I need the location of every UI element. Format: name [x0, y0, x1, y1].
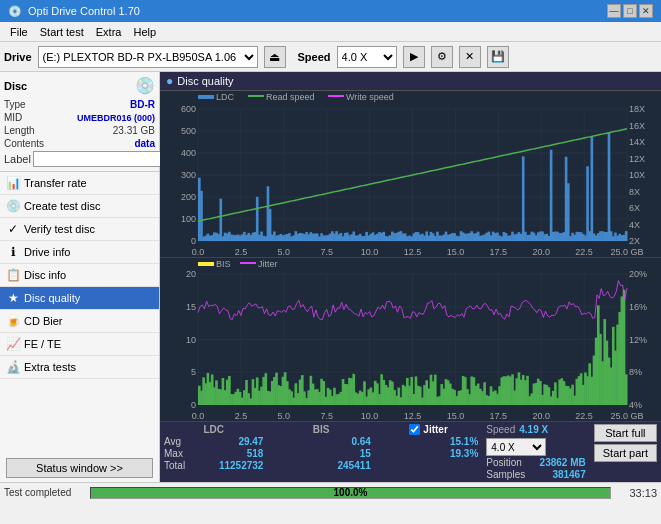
- cancel-button[interactable]: ✕: [459, 46, 481, 68]
- close-button[interactable]: ✕: [639, 4, 653, 18]
- disc-title: Disc: [4, 80, 27, 92]
- sidebar: Disc 💿 Type BD-R MID UMEBDR016 (000) Len…: [0, 72, 160, 482]
- disc-info-icon: 📋: [6, 268, 20, 282]
- disc-type-label: Type: [4, 99, 26, 110]
- drive-bar: Drive (E:) PLEXTOR BD-R PX-LB950SA 1.06 …: [0, 42, 661, 72]
- time-display: 33:13: [617, 487, 657, 499]
- disc-contents-value: data: [134, 138, 155, 149]
- eject-button[interactable]: ⏏: [264, 46, 286, 68]
- disc-quality-title: Disc quality: [177, 75, 233, 87]
- title-bar-controls: — □ ✕: [607, 4, 653, 18]
- position-val: 23862 MB: [540, 457, 586, 468]
- app-icon: 💿: [8, 5, 22, 18]
- disc-mid-label: MID: [4, 112, 22, 123]
- sidebar-item-extra-tests[interactable]: 🔬 Extra tests: [0, 356, 159, 379]
- sidebar-item-drive-info[interactable]: ℹ Drive info: [0, 241, 159, 264]
- disc-label-input[interactable]: [33, 151, 166, 167]
- sidebar-item-disc-info[interactable]: 📋 Disc info: [0, 264, 159, 287]
- menu-file[interactable]: File: [4, 25, 34, 39]
- start-full-button[interactable]: Start full: [594, 424, 657, 442]
- menu-extra[interactable]: Extra: [90, 25, 128, 39]
- app-title: Opti Drive Control 1.70: [28, 5, 140, 17]
- extra-tests-icon: 🔬: [6, 360, 20, 374]
- sidebar-label-create-test-disc: Create test disc: [24, 200, 100, 212]
- samples-val: 381467: [552, 469, 585, 480]
- minimize-button[interactable]: —: [607, 4, 621, 18]
- speed-stats: Speed 4.19 X 4.0 X Position 23862 MB Sam…: [486, 424, 585, 480]
- jitter-max-row: 19.3%: [379, 448, 478, 459]
- play-button[interactable]: ▶: [403, 46, 425, 68]
- settings-button[interactable]: ⚙: [431, 46, 453, 68]
- disc-label-row: Label 🔍: [4, 151, 155, 167]
- bis-stats: BIS 0.64 15 245411: [271, 424, 370, 480]
- maximize-button[interactable]: □: [623, 4, 637, 18]
- ldc-avg-val: 29.47: [238, 436, 263, 447]
- disc-length-row: Length 23.31 GB: [4, 125, 155, 136]
- charts-container: [160, 91, 661, 421]
- status-text: Test completed: [4, 487, 84, 498]
- menu-start-test[interactable]: Start test: [34, 25, 90, 39]
- disc-header: Disc 💿: [4, 76, 155, 95]
- sidebar-item-fe-te[interactable]: 📈 FE / TE: [0, 333, 159, 356]
- disc-icon: 💿: [135, 76, 155, 95]
- sidebar-label-disc-info: Disc info: [24, 269, 66, 281]
- bis-total-val: 245411: [338, 460, 371, 471]
- ldc-total-val: 11252732: [219, 460, 264, 471]
- ldc-max-val: 518: [247, 448, 264, 459]
- start-part-button[interactable]: Start part: [594, 444, 657, 462]
- disc-mid-row: MID UMEBDR016 (000): [4, 112, 155, 123]
- speed-label: Speed: [298, 51, 331, 63]
- disc-type-value: BD-R: [130, 99, 155, 110]
- speed-stat-select[interactable]: 4.0 X: [486, 438, 546, 456]
- stats-bar: LDC Avg 29.47 Max 518 Total 11252732 BIS: [160, 421, 661, 482]
- title-bar: 💿 Opti Drive Control 1.70 — □ ✕: [0, 0, 661, 22]
- chart-top: [160, 91, 661, 258]
- disc-label-label: Label: [4, 153, 31, 165]
- drive-info-icon: ℹ: [6, 245, 20, 259]
- main-content: Disc 💿 Type BD-R MID UMEBDR016 (000) Len…: [0, 72, 661, 482]
- sidebar-label-extra-tests: Extra tests: [24, 361, 76, 373]
- disc-quality-header: ● Disc quality: [160, 72, 661, 91]
- disc-mid-value: UMEBDR016 (000): [77, 113, 155, 123]
- sidebar-item-disc-quality[interactable]: ★ Disc quality: [0, 287, 159, 310]
- drive-select[interactable]: (E:) PLEXTOR BD-R PX-LB950SA 1.06: [38, 46, 258, 68]
- transfer-rate-icon: 📊: [6, 176, 20, 190]
- sidebar-item-verify-test-disc[interactable]: ✓ Verify test disc: [0, 218, 159, 241]
- bis-max-val: 15: [360, 448, 371, 459]
- jitter-avg-row: 15.1%: [379, 436, 478, 447]
- samples-label: Samples: [486, 469, 525, 480]
- sidebar-label-transfer-rate: Transfer rate: [24, 177, 87, 189]
- total-label-ldc: Total: [164, 460, 185, 471]
- bis-chart-canvas: [160, 258, 661, 421]
- jitter-checkbox[interactable]: [409, 424, 420, 435]
- menu-bar: File Start test Extra Help: [0, 22, 661, 42]
- position-label: Position: [486, 457, 522, 468]
- speed-select[interactable]: 4.0 X: [337, 46, 397, 68]
- speed-val: 4.19 X: [519, 424, 548, 435]
- sidebar-label-fe-te: FE / TE: [24, 338, 61, 350]
- sidebar-item-create-test-disc[interactable]: 💿 Create test disc: [0, 195, 159, 218]
- speed-dropdown-row: 4.0 X: [486, 438, 585, 456]
- sidebar-label-verify-test-disc: Verify test disc: [24, 223, 95, 235]
- max-label-ldc: Max: [164, 448, 183, 459]
- ldc-max-row: Max 518: [164, 448, 263, 459]
- ldc-header: LDC: [164, 424, 263, 435]
- bis-avg-row: 0.64: [271, 436, 370, 447]
- disc-type-row: Type BD-R: [4, 99, 155, 110]
- disc-length-label: Length: [4, 125, 35, 136]
- menu-help[interactable]: Help: [127, 25, 162, 39]
- drive-label: Drive: [4, 51, 32, 63]
- speed-stat-label: Speed: [486, 424, 515, 435]
- jitter-header-label: Jitter: [423, 424, 447, 435]
- status-window-button[interactable]: Status window >>: [6, 458, 153, 478]
- sidebar-item-transfer-rate[interactable]: 📊 Transfer rate: [0, 172, 159, 195]
- bottom-bar: Test completed 100.0% 33:13: [0, 482, 661, 502]
- sidebar-item-cd-bier[interactable]: 🍺 CD Bier: [0, 310, 159, 333]
- bis-total-row: 245411: [271, 460, 370, 471]
- progress-bar: 100.0%: [90, 487, 611, 499]
- bis-max-row: 15: [271, 448, 370, 459]
- sidebar-label-disc-quality: Disc quality: [24, 292, 80, 304]
- save-button[interactable]: 💾: [487, 46, 509, 68]
- samples-row: Samples 381467: [486, 469, 585, 480]
- avg-label-ldc: Avg: [164, 436, 181, 447]
